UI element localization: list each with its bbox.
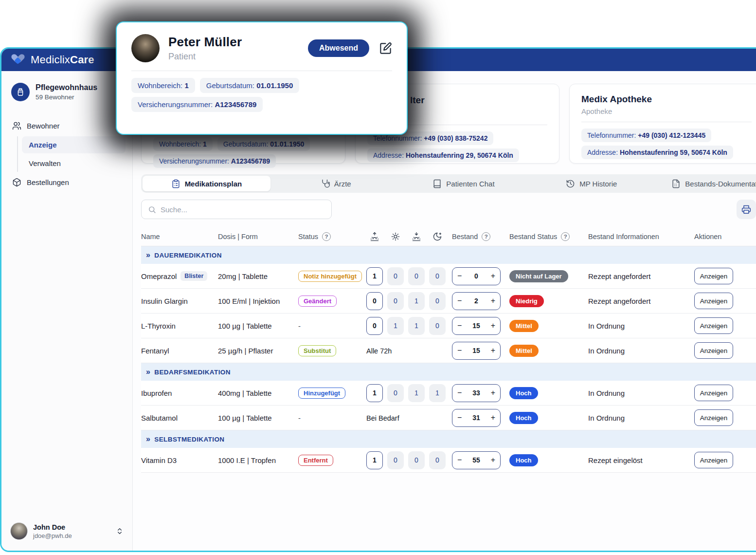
patient-card-pill-value: 01.01.1950 <box>270 140 304 148</box>
stepper-plus-button[interactable]: + <box>491 272 495 280</box>
stepper-minus-button[interactable]: − <box>457 347 462 354</box>
intake-box[interactable]: 0 <box>387 267 404 285</box>
tab-label: Medikationsplan <box>185 180 242 188</box>
anzeigen-button[interactable]: Anzeigen <box>694 317 733 334</box>
chevrons-up-down-icon[interactable] <box>116 527 124 535</box>
user-name: John Doe <box>33 523 72 531</box>
intake-box[interactable]: 1 <box>408 292 425 310</box>
stock-stepper: −31+ <box>452 409 501 427</box>
help-icon[interactable]: ? <box>561 232 570 241</box>
help-icon[interactable]: ? <box>322 232 331 241</box>
intake-box[interactable]: 1 <box>366 267 383 285</box>
anzeigen-button[interactable]: Anzeigen <box>694 342 733 359</box>
tab-label: Ärzte <box>334 180 351 188</box>
edit-icon[interactable] <box>379 42 392 55</box>
stock-stepper: −15+ <box>452 342 501 360</box>
popup-pill-row: Wohnbereich: 1Geburtsdatum: 01.01.1950 <box>131 78 299 93</box>
patient-card-pill-wohnbereich: Wohnbereich: 1 <box>153 137 213 151</box>
tab-medikationsplan[interactable]: Medikationsplan <box>143 176 270 191</box>
intake-box[interactable]: 1 <box>366 451 383 469</box>
anzeigen-button[interactable]: Anzeigen <box>694 385 733 401</box>
stepper-minus-button[interactable]: − <box>457 272 462 280</box>
stepper-minus-button[interactable]: − <box>457 322 462 330</box>
tab-bestands-dokumentation[interactable]: Bestands-Dokumentation <box>655 174 756 193</box>
sidebar-item-verwalten[interactable]: Verwalten <box>22 155 126 172</box>
intake-box[interactable]: 0 <box>366 317 383 335</box>
stepper-plus-button[interactable]: + <box>491 322 495 330</box>
medication-table: Name Dosis | Form Status ? <box>141 227 756 473</box>
main-content: Wohnbereich: 1Geburtsdatum: 01.01.1950Ve… <box>133 71 756 551</box>
intake-box[interactable]: 1 <box>387 317 404 335</box>
stepper-plus-button[interactable]: + <box>491 389 495 397</box>
anzeigen-button[interactable]: Anzeigen <box>694 452 733 468</box>
med-name: Vitamin D3 <box>141 456 177 464</box>
status-tag: Entfernt <box>298 455 333 466</box>
sidebar-item-bestellungen[interactable]: Bestellungen <box>1 173 132 191</box>
sidebar: Pflegewohnhaus 59 Bewohner Bewohner <box>1 71 133 551</box>
intake-box[interactable]: 0 <box>408 451 425 469</box>
sunset-icon <box>408 232 425 241</box>
search-input[interactable] <box>161 205 325 214</box>
divider <box>131 71 392 71</box>
table-row-insulin-glargin: Insulin Glargin100 E/ml | InjektionGeänd… <box>141 289 756 314</box>
anzeigen-button[interactable]: Anzeigen <box>694 293 733 309</box>
anzeigen-button[interactable]: Anzeigen <box>694 409 733 426</box>
med-status-cell: Substitut <box>298 345 366 356</box>
intake-box[interactable]: 1 <box>366 384 383 402</box>
stepper-minus-button[interactable]: − <box>457 297 462 305</box>
stepper-minus-button[interactable]: − <box>457 414 462 422</box>
tab-mp-historie[interactable]: MP Historie <box>527 174 655 193</box>
anzeigen-button[interactable]: Anzeigen <box>694 268 733 284</box>
intake-box[interactable]: 0 <box>429 317 446 335</box>
intake-cell: Alle 72h <box>366 347 452 355</box>
tab-patienten-chat[interactable]: Patienten Chat <box>400 174 528 193</box>
sidebar-item-anzeige[interactable]: Anzeige <box>22 136 126 153</box>
intake-cell: 0110 <box>366 317 452 335</box>
med-status-cell: - <box>298 414 366 422</box>
stepper-plus-button[interactable]: + <box>491 297 495 305</box>
absent-status-button[interactable]: Abwesend <box>308 39 369 57</box>
stock-status-cell: Hoch <box>509 412 588 424</box>
med-name: Insulin Glargin <box>141 297 188 305</box>
med-name: Salbutamol <box>141 414 178 422</box>
med-dose: 20mg | Tablette <box>218 272 298 280</box>
med-status-cell: Hinzugefügt <box>298 388 366 399</box>
stock-cell: −0+ <box>452 267 509 285</box>
intake-box[interactable]: 0 <box>429 451 446 469</box>
intake-box[interactable]: 1 <box>408 384 425 402</box>
intake-box[interactable]: 0 <box>366 292 383 310</box>
col-times <box>366 232 452 241</box>
med-dose: 100 µg | Tablette <box>218 322 298 330</box>
intake-box[interactable]: 0 <box>387 451 404 469</box>
help-icon[interactable]: ? <box>482 232 490 241</box>
stepper-plus-button[interactable]: + <box>491 347 495 354</box>
print-button[interactable] <box>737 200 756 219</box>
med-name: Omeprazol <box>141 272 177 280</box>
page: MediclixCare Pflegewohnhaus 59 <box>0 0 756 555</box>
sidebar-item-bewohner[interactable]: Bewohner <box>1 117 132 135</box>
med-name-cell: Salbutamol <box>141 414 218 422</box>
clipboard-icon <box>171 179 180 188</box>
intake-box[interactable]: 0 <box>408 267 425 285</box>
section-title: BEDARFSMEDIKATION <box>154 369 231 376</box>
stepper-plus-button[interactable]: + <box>491 456 495 464</box>
intake-box[interactable]: 0 <box>429 267 446 285</box>
stepper-plus-button[interactable]: + <box>491 414 495 422</box>
intake-box[interactable]: 1 <box>408 317 425 335</box>
table-row-vitamin-d3: Vitamin D31000 I.E | TropfenEntfernt1000… <box>141 448 756 473</box>
brand-logo[interactable]: MediclixCare <box>10 53 94 67</box>
stock-status-cell: Hoch <box>509 387 588 399</box>
stepper-minus-button[interactable]: − <box>457 389 462 397</box>
moon-icon <box>429 232 446 241</box>
tab-rzte[interactable]: Ärzte <box>272 174 400 193</box>
intake-box[interactable]: 0 <box>387 292 404 310</box>
stepper-minus-button[interactable]: − <box>457 456 462 464</box>
user-menu[interactable]: John Doe jdoe@pwh.de <box>1 515 132 551</box>
intake-box[interactable]: 0 <box>429 292 446 310</box>
action-cell: Anzeigen <box>694 452 756 468</box>
intake-box[interactable]: 1 <box>429 384 446 402</box>
brand-name: MediclixCare <box>31 54 94 66</box>
organization-header[interactable]: Pflegewohnhaus 59 Bewohner <box>1 71 132 106</box>
intake-box[interactable]: 0 <box>387 384 404 402</box>
stock-status-cell: Nicht auf Lager <box>509 270 588 282</box>
